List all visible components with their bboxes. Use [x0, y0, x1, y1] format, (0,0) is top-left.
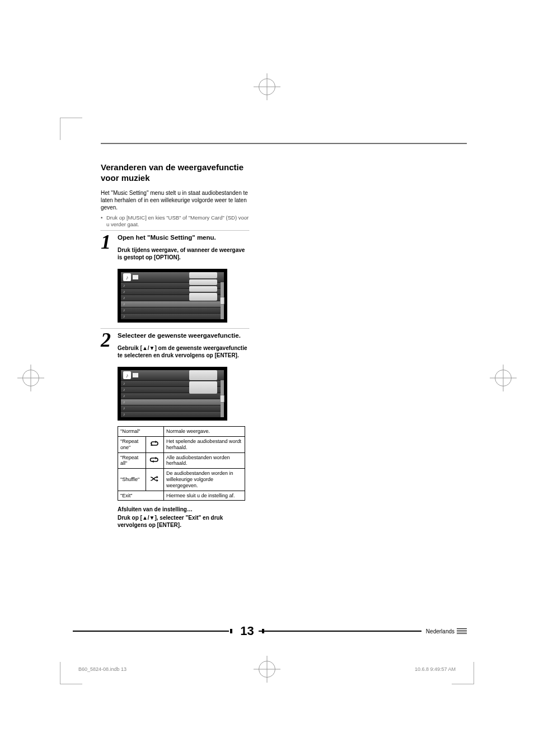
list-item-icon: ♪: [123, 290, 127, 294]
crop-mark-bottom-left: [60, 662, 82, 684]
option-label: "Shuffle": [118, 469, 146, 491]
list-item-icon: ♪: [123, 394, 127, 398]
step-1-title: Open het "Music Setting" menu.: [118, 234, 249, 241]
usb-icon: [133, 275, 138, 279]
header-rule: [101, 143, 467, 144]
registration-mark-top: [259, 78, 275, 95]
closing-title: Afsluiten van de instelling…: [118, 506, 249, 512]
ui-screenshot-2: ♪ ♪ ♪ ♪ ♪ ♪ ♪: [118, 367, 227, 421]
popup-option: [189, 381, 217, 394]
divider-dotted: [101, 230, 249, 231]
ui-screenshot-1: ♪ ♪ ♪ ♪ ♪ ♪ ♪: [118, 269, 227, 323]
scrollbar-thumb: [220, 395, 224, 403]
page-language: Nederlands: [421, 628, 455, 634]
language-lines-icon: [457, 628, 467, 634]
popup-option: [189, 286, 217, 292]
step-1-number: 1: [101, 234, 114, 265]
list-item-icon: ♪: [123, 308, 127, 312]
popup-option: [189, 279, 217, 285]
section-intro: Het "Music Setting" menu stelt u in staa…: [101, 189, 249, 211]
list-item-icon: ♪: [123, 302, 127, 306]
repeat-one-icon: 1: [146, 436, 163, 452]
page-number-bar: 13 Nederlands: [73, 626, 467, 637]
table-row: "Exit" Hiermee sluit u de instelling af.: [118, 491, 245, 501]
registration-mark-left: [22, 370, 39, 386]
closing-body: Druk op [▲/▼], selecteer "Exit" en druk …: [118, 514, 249, 529]
print-footer: B60_5824-08.indb 13 10.6.8 9:49:57 AM: [78, 666, 456, 672]
section-title: Veranderen van de weergavefunctie voor m…: [101, 162, 249, 184]
list-item-icon: ♪: [123, 406, 127, 410]
option-desc: Het spelende audiobestand wordt herhaald…: [163, 436, 245, 452]
option-desc: Normale weergave.: [163, 427, 245, 437]
popup-option: [189, 370, 217, 380]
list-item-icon: ♪: [123, 314, 127, 319]
section-bullet: Druk op [MUSIC] en kies "USB" of "Memory…: [101, 214, 249, 228]
list-item-icon: ♪: [123, 400, 127, 404]
step-2-number: 2: [101, 332, 114, 363]
footer-file: B60_5824-08.indb 13: [78, 666, 127, 672]
usb-icon: [133, 373, 138, 377]
table-row: "Repeat one" 1 Het spelende audiobestand…: [118, 436, 245, 452]
playback-options-table: "Normal" Normale weergave. "Repeat one" …: [118, 426, 245, 501]
shuffle-icon: [146, 469, 163, 491]
popup-option: [189, 293, 217, 301]
list-item-icon: ♪: [123, 412, 127, 417]
step-1: 1 Open het "Music Setting" menu. Druk ti…: [101, 234, 249, 265]
header-rule-thin: [101, 142, 467, 143]
option-desc: De audiobestanden worden in willekeurige…: [163, 469, 245, 491]
step-1-subtitle: Druk tijdens weergave, of wanneer de wee…: [118, 246, 249, 261]
option-label: "Exit": [118, 491, 164, 501]
crop-mark-top-left: [60, 118, 82, 140]
option-label: "Repeat one": [118, 436, 146, 452]
page-number: 13: [236, 624, 258, 638]
step-2-title: Selecteer de gewenste weergavefunctie.: [118, 332, 249, 339]
list-item-icon: ♪: [123, 296, 127, 300]
table-row: "Repeat all" Alle audiobestanden worden …: [118, 452, 245, 469]
step-2-subtitle: Gebruik [▲/▼] om de gewenste weergavefun…: [118, 344, 249, 359]
table-row: "Shuffle" De audiobestanden worden in wi…: [118, 469, 245, 491]
crop-mark-bottom-right: [452, 662, 474, 684]
list-item-icon: ♪: [123, 283, 127, 288]
music-note-icon: ♪: [123, 273, 131, 281]
option-label: "Repeat all": [118, 452, 146, 469]
table-row: "Normal" Normale weergave.: [118, 427, 245, 437]
divider-dotted: [101, 328, 249, 329]
list-item-icon: ♪: [123, 381, 127, 386]
option-desc: Alle audiobestanden worden herhaald.: [163, 452, 245, 469]
step-2: 2 Selecteer de gewenste weergavefunctie.…: [101, 332, 249, 363]
page-rule-right: [259, 631, 421, 632]
list-item-icon: ♪: [123, 388, 127, 392]
music-note-icon: ♪: [123, 371, 131, 379]
popup-option: [189, 272, 217, 278]
scrollbar-thumb: [220, 297, 224, 305]
footer-timestamp: 10.6.8 9:49:57 AM: [415, 666, 456, 672]
page-rule-left: [73, 631, 236, 632]
repeat-all-icon: [146, 452, 163, 469]
option-label: "Normal": [118, 427, 164, 437]
option-desc: Hiermee sluit u de instelling af.: [163, 491, 245, 501]
registration-mark-right: [495, 370, 512, 386]
